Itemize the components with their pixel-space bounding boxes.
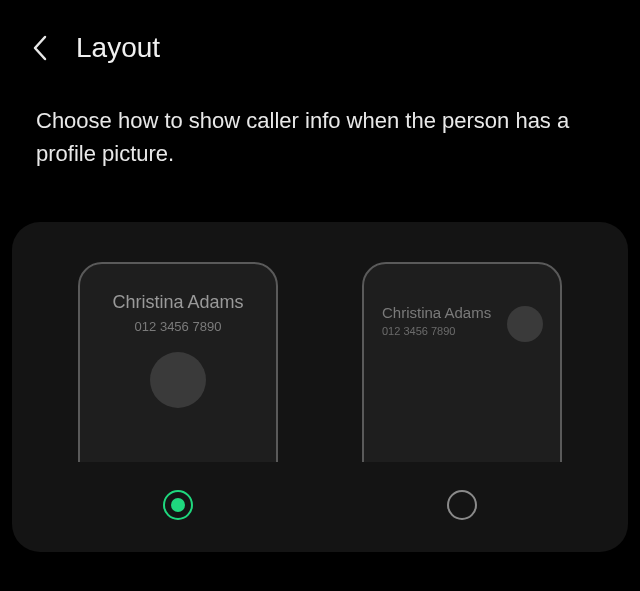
phone-frame: Christina Adams 012 3456 7890 xyxy=(362,262,562,462)
description-text: Choose how to show caller info when the … xyxy=(0,88,640,206)
radio-inner-dot xyxy=(171,498,185,512)
page-title: Layout xyxy=(76,32,160,64)
phone-preview-left: Christina Adams 012 3456 7890 xyxy=(337,262,587,462)
back-icon[interactable] xyxy=(28,36,52,60)
avatar-icon xyxy=(150,352,206,408)
phone-preview-centered: Christina Adams 012 3456 7890 xyxy=(53,262,303,462)
avatar-icon xyxy=(507,306,543,342)
phone-content: Christina Adams 012 3456 7890 xyxy=(364,264,560,342)
header: Layout xyxy=(0,0,640,88)
caller-number: 012 3456 7890 xyxy=(135,319,222,334)
phone-frame: Christina Adams 012 3456 7890 xyxy=(78,262,278,462)
caller-name: Christina Adams xyxy=(112,292,243,313)
caller-number: 012 3456 7890 xyxy=(382,325,491,337)
caller-name: Christina Adams xyxy=(382,304,491,321)
layout-option-left[interactable]: Christina Adams 012 3456 7890 xyxy=(337,262,587,520)
phone-content: Christina Adams 012 3456 7890 xyxy=(80,264,276,408)
radio-selected[interactable] xyxy=(163,490,193,520)
layout-option-centered[interactable]: Christina Adams 012 3456 7890 xyxy=(53,262,303,520)
text-block: Christina Adams 012 3456 7890 xyxy=(382,304,491,337)
radio-unselected[interactable] xyxy=(447,490,477,520)
layout-options-panel: Christina Adams 012 3456 7890 Christina … xyxy=(12,222,628,552)
